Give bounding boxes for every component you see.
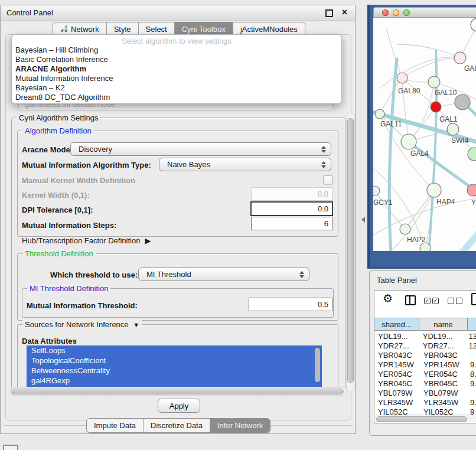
minimized-panel-icon[interactable]	[3, 445, 18, 450]
algorithm-option-bayesian-hill-climbing[interactable]: Bayesian – Hill Climbing	[12, 45, 341, 55]
node-label: GAL80	[398, 87, 420, 95]
node-label: GCY1	[373, 198, 393, 207]
table-rows: YDL19...YDL19...13YDR27...YDR27...12YBR0…	[374, 331, 476, 415]
node-label: Y	[471, 198, 476, 207]
attributes-scrollbar-thumb[interactable]	[315, 348, 320, 382]
apply-button[interactable]: Apply	[158, 399, 200, 413]
algorithm-option-aracne-algorithm[interactable]: ARACNE Algorithm	[12, 64, 341, 74]
cell-shared-name: YBR043C	[374, 351, 419, 360]
network-node[interactable]	[400, 224, 410, 234]
attribute-topologicalcoefficient[interactable]: TopologicalCoefficient	[27, 356, 322, 366]
table-row[interactable]: YPR145WYPR145W9.	[374, 360, 476, 369]
document-icon[interactable]	[471, 293, 476, 305]
mi-algorithm-type-select[interactable]: Naive Bayes	[159, 158, 331, 171]
table-horizontal-scrollbar-thumb[interactable]	[376, 416, 467, 422]
cell-value: 9.	[468, 360, 476, 369]
table-row[interactable]: YBR043CYBR043C	[374, 350, 476, 360]
algorithm-dropdown-hint: Select algorithm to view settings	[12, 37, 341, 45]
cell-value: 9.	[468, 398, 476, 407]
network-node[interactable]	[375, 109, 384, 119]
table-row[interactable]: YER054CYER054C8.	[374, 369, 476, 379]
checked-boxes-icon[interactable]: ✓ ✓	[424, 298, 439, 304]
panel-collapse-grip[interactable]	[361, 217, 365, 223]
table-header: shared... name	[374, 318, 476, 331]
network-node[interactable]	[401, 134, 416, 149]
column-header-shared-name[interactable]: shared...	[374, 318, 419, 330]
network-node[interactable]	[471, 18, 476, 31]
network-node[interactable]	[431, 102, 441, 112]
unchecked-boxes-icon[interactable]	[448, 298, 462, 304]
zoom-traffic-light[interactable]	[403, 9, 410, 16]
column-header-partial[interactable]	[468, 318, 476, 330]
control-panel-titlebar[interactable]: Control Panel ×	[1, 5, 355, 21]
network-node[interactable]	[420, 243, 431, 251]
algorithm-option-bayesian-k2[interactable]: Bayesian – K2	[12, 83, 341, 93]
node-label: HAP2	[407, 236, 426, 244]
table-horizontal-scrollbar[interactable]	[375, 415, 476, 422]
which-threshold-select[interactable]: MI Threshold	[138, 268, 309, 281]
network-canvas[interactable]: GALGAL80GAL10GAL11GAL1SWI4GAL4GCY1HAP4YH…	[373, 18, 476, 251]
mi-steps-field[interactable]: 6	[251, 217, 332, 230]
tab-discretize-data[interactable]: Discretize Data	[144, 419, 210, 432]
attribute-betweennesscentrality[interactable]: BetweennessCentrality	[27, 366, 322, 376]
network-node[interactable]	[447, 123, 459, 135]
settings-horizontal-scrollbar-thumb[interactable]	[11, 389, 344, 394]
network-node[interactable]	[373, 186, 380, 195]
cell-name: YER054C	[419, 370, 468, 379]
close-icon[interactable]: ×	[342, 7, 347, 18]
attribute-selfloops[interactable]: SelfLoops	[27, 345, 322, 356]
control-panel-title: Control Panel	[6, 8, 53, 17]
network-node[interactable]	[427, 183, 441, 197]
column-header-name[interactable]: name	[419, 318, 468, 330]
tab-impute-data[interactable]: Impute Data	[87, 419, 144, 432]
mi-threshold-definition-title: MI Threshold Definition	[27, 284, 110, 293]
aracne-mode-select[interactable]: Discovery	[70, 142, 331, 156]
algorithm-option-basic-correlation-inference[interactable]: Basic Correlation Inference	[12, 55, 341, 64]
network-node[interactable]	[454, 52, 466, 64]
table-row[interactable]: YBL079WYBL079W	[374, 388, 476, 397]
collapse-right-icon: ▶	[145, 236, 151, 245]
dpi-tolerance-label: DPI Tolerance [0,1]:	[22, 206, 93, 214]
settings-vertical-scrollbar-thumb[interactable]	[347, 118, 354, 383]
network-node[interactable]	[468, 148, 476, 161]
node-label: GAL11	[380, 120, 402, 128]
kernel-width-field[interactable]: 0.0	[251, 187, 332, 201]
network-node[interactable]	[455, 94, 470, 110]
table-row[interactable]: YLR345WYLR345W9.	[374, 397, 476, 407]
minimize-traffic-light[interactable]	[393, 9, 399, 16]
manual-kernel-width-checkbox[interactable]	[323, 175, 333, 185]
float-window-icon[interactable]	[325, 9, 333, 17]
table-row[interactable]: YBR045CYBR045C9.	[374, 379, 476, 388]
attribute-gal4rgexp[interactable]: gal4RGexp	[27, 376, 322, 386]
table-row[interactable]: YDL19...YDL19...13	[374, 331, 476, 341]
node-label: GAL	[464, 64, 476, 73]
dpi-tolerance-field[interactable]: 0.0	[250, 201, 333, 216]
settings-vertical-scrollbar[interactable]	[346, 113, 355, 392]
network-node[interactable]	[467, 184, 476, 196]
hub-definition-toggle[interactable]: Hub/Transcription Factor Definition ▶	[22, 236, 151, 245]
network-node[interactable]	[397, 73, 407, 83]
cell-value: 12	[467, 341, 476, 350]
algorithm-option-dream8-dc-tdc-algorithm[interactable]: Dream8 DC_TDC Algorithm	[12, 93, 341, 102]
cell-shared-name: YDL19...	[374, 332, 419, 341]
settings-horizontal-scrollbar[interactable]	[9, 387, 347, 396]
gear-icon[interactable]: ⚙	[383, 292, 393, 305]
close-traffic-light[interactable]	[382, 9, 389, 16]
mi-threshold-field[interactable]: 0.5	[249, 298, 332, 311]
mi-algorithm-type-label: Mutual Information Algorithm Type:	[22, 161, 151, 169]
expand-down-icon: ▼	[133, 321, 139, 328]
table-panel-window: Table Panel ⚙ ✓ ✓ shared... name YDL19..…	[369, 270, 476, 436]
sources-title[interactable]: Sources for Network Inference ▼	[22, 320, 142, 329]
threshold-definition-title: Threshold Definition	[22, 249, 96, 258]
algorithm-dropdown[interactable]: Select algorithm to view settings Bayesi…	[11, 34, 342, 104]
network-node[interactable]	[428, 76, 440, 88]
tab-infer-network[interactable]: Infer Network	[210, 419, 270, 432]
table-row[interactable]: YIL052CYIL052C9	[374, 407, 476, 415]
table-row[interactable]: YDR27...YDR27...12	[374, 341, 476, 350]
checkbox-empty-icon	[456, 298, 462, 304]
data-attributes-list[interactable]: SelfLoopsTopologicalCoefficientBetweenne…	[27, 345, 322, 387]
cell-shared-name: YIL052C	[374, 407, 419, 416]
algorithm-option-mutual-information-inference[interactable]: Mutual Information Inference	[12, 74, 341, 83]
columns-icon[interactable]	[405, 295, 416, 305]
network-window-titlebar[interactable]	[373, 7, 476, 18]
